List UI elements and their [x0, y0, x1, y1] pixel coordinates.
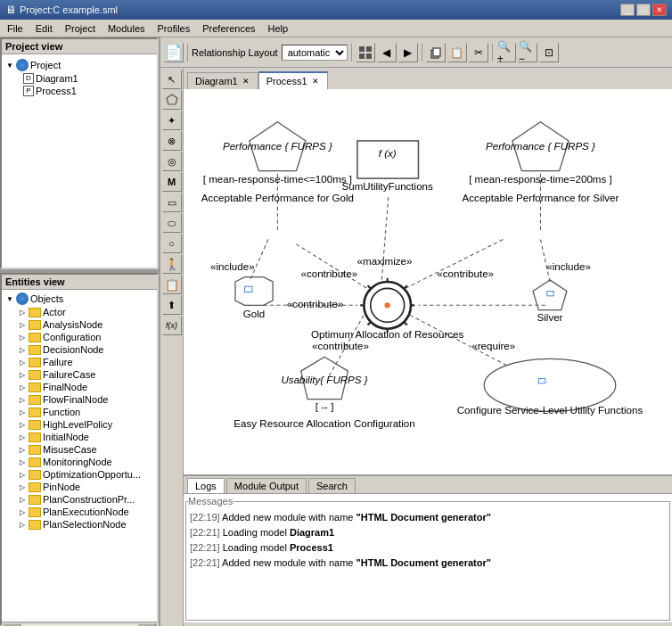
tree-item-process1-label: Process1 [36, 86, 77, 96]
maximize-button[interactable]: □ [636, 4, 651, 16]
circle-tool-btn[interactable]: ○ [162, 234, 182, 253]
entity-analysisnode[interactable]: ▷ AnalysisNode [4, 318, 155, 331]
entity-monitoringnode[interactable]: ▷ MonitoringNode [4, 456, 155, 468]
entities-list[interactable]: ▼ Objects ▷ Actor ▷ AnalysisNode ▷ [2, 290, 157, 622]
expand-analysisnode-icon: ▷ [18, 320, 27, 329]
ellipse-tool-btn[interactable]: ⬭ [162, 213, 182, 233]
expand-failurecase-icon: ▷ [18, 370, 27, 379]
entity-actor[interactable]: ▷ Actor [4, 306, 155, 318]
tab-process1[interactable]: Process1 ✕ [258, 71, 328, 89]
entity-planselectionnode[interactable]: ▷ PlanSelectionNode [4, 518, 155, 531]
bottom-tab-search[interactable]: Search [308, 478, 356, 493]
grid-btn[interactable] [356, 43, 375, 62]
project-tree[interactable]: ▼ Project D Diagram1 P Process1 [2, 54, 157, 265]
forward-btn[interactable]: ▶ [398, 43, 418, 62]
paste-btn[interactable]: 📋 [447, 43, 467, 62]
star-tool-btn[interactable]: ✦ [162, 111, 182, 130]
cut-btn[interactable]: ✂ [469, 43, 488, 62]
canvas-area[interactable]: Performance { FURPS } [ mean-response-ti… [184, 89, 672, 474]
minimize-button[interactable]: _ [620, 4, 635, 16]
function-tool-btn[interactable]: f(x) [162, 316, 182, 335]
entity-finalnode[interactable]: ▷ FinalNode [4, 381, 155, 393]
entity-pinnode[interactable]: ▷ PinNode [4, 481, 155, 493]
rectangle-tool-btn[interactable]: ▭ [162, 193, 182, 212]
right-panel: 📄 Relationship Layout automatic ◀ ▶ [160, 37, 672, 626]
bottom-tab-logs[interactable]: Logs [187, 478, 225, 493]
scroll-left-btn[interactable]: ◄ [3, 623, 20, 627]
entities-view-panel: Entities view ▼ Objects ▷ Actor ▷ Analys… [0, 273, 159, 626]
copy-btn[interactable] [426, 43, 446, 62]
entity-function[interactable]: ▷ Function [4, 406, 155, 418]
tab-bar: Diagram1 ✕ Process1 ✕ [184, 68, 672, 89]
entity-failurecase[interactable]: ▷ FailureCase [4, 368, 155, 381]
entity-optimizationopportunity[interactable]: ▷ OptimizationOpportu... [4, 468, 155, 481]
fit-btn[interactable]: ⊡ [539, 43, 559, 62]
menu-profiles[interactable]: Profiles [152, 21, 196, 36]
menu-project[interactable]: Project [60, 21, 101, 36]
entity-failurecase-label: FailureCase [43, 369, 95, 380]
layout-select[interactable]: automatic [282, 45, 348, 61]
entity-initialnode-label: InitialNode [43, 432, 89, 442]
log-line-1: [22:19] Added new module with name "HTML… [188, 510, 668, 525]
entity-pinnode-label: PinNode [43, 482, 80, 492]
svg-rect-35 [245, 286, 252, 292]
horizontal-scrollbar[interactable]: ◄ ► [2, 622, 157, 626]
tree-item-diagram1[interactable]: D Diagram1 [5, 72, 153, 85]
close-button[interactable]: ✕ [652, 4, 667, 16]
initialnode-folder-icon [29, 432, 41, 442]
objects-globe-icon [16, 292, 29, 305]
circle-x-tool-btn[interactable]: ⊗ [162, 131, 182, 151]
menu-modules[interactable]: Modules [102, 21, 151, 36]
failure-folder-icon [29, 358, 41, 367]
menu-preferences[interactable]: Preferences [197, 21, 260, 36]
entity-planconstructionprocess[interactable]: ▷ PlanConstructionPr... [4, 493, 155, 506]
messages-group: Messages [22:19] Added new module with n… [185, 496, 670, 621]
page-icon-btn[interactable]: 📄 [164, 43, 184, 62]
layout-label: Relationship Layout [192, 47, 278, 58]
expand-configuration-icon: ▷ [18, 333, 27, 342]
actor-folder-icon [29, 308, 41, 317]
note-tool-btn[interactable]: 📋 [162, 275, 182, 294]
entity-flowfinalnode[interactable]: ▷ FlowFinalNode [4, 393, 155, 406]
bottom-tab-moduleoutput[interactable]: Module Output [226, 478, 307, 493]
actor-tool-btn[interactable]: 🚶 [162, 254, 182, 274]
circle-dot-tool-btn[interactable]: ◎ [162, 152, 182, 171]
entity-misusecase-label: MisuseCase [43, 444, 97, 455]
arrow-tool-btn[interactable]: ⬆ [162, 295, 182, 315]
zoom-out-btn[interactable]: 🔍− [518, 43, 537, 62]
svg-text:Easy Resource Allocation Confi: Easy Resource Allocation Configuration [234, 418, 414, 429]
entity-planexecutionnode[interactable]: ▷ PlanExecutionNode [4, 506, 155, 518]
tab-diagram1-close[interactable]: ✕ [242, 77, 250, 86]
pointer-tool-btn[interactable]: ↖ [162, 70, 182, 89]
entities-objects-label: Objects [30, 293, 63, 304]
menu-edit[interactable]: Edit [30, 21, 58, 36]
back-btn[interactable]: ◀ [377, 43, 397, 62]
svg-text:«contribute»: «contribute» [437, 268, 494, 279]
pentagon-tool-btn[interactable] [162, 90, 182, 110]
misusecase-folder-icon [29, 445, 41, 455]
zoom-in-btn[interactable]: 🔍+ [496, 43, 516, 62]
svg-text:Optimum Allocation of Resource: Optimum Allocation of Resources [311, 329, 463, 340]
entities-objects-item[interactable]: ▼ Objects [4, 292, 155, 306]
tree-item-project[interactable]: ▼ Project [5, 58, 153, 72]
expand-initialnode-icon: ▷ [18, 432, 27, 441]
expand-objects-icon: ▼ [5, 294, 14, 303]
svg-text:Performance { FURPS }: Performance { FURPS } [486, 141, 595, 152]
entity-finalnode-label: FinalNode [43, 382, 87, 392]
m-tool-btn[interactable]: M [162, 172, 182, 192]
entity-highlevelpolicy[interactable]: ▷ HighLevelPolicy [4, 418, 155, 431]
svg-line-9 [250, 240, 268, 282]
project-view-panel: Project view ▼ Project D Diagram1 P Proc… [0, 37, 159, 269]
entity-failure[interactable]: ▷ Failure [4, 356, 155, 368]
menu-file[interactable]: File [2, 21, 29, 36]
entity-initialnode[interactable]: ▷ InitialNode [4, 431, 155, 443]
entity-decisionnode[interactable]: ▷ DecisionNode [4, 343, 155, 356]
pinnode-folder-icon [29, 482, 41, 492]
menu-help[interactable]: Help [263, 21, 294, 36]
entity-configuration[interactable]: ▷ Configuration [4, 331, 155, 343]
tree-item-process1[interactable]: P Process1 [5, 85, 153, 97]
tab-diagram1[interactable]: Diagram1 ✕ [187, 72, 258, 89]
scroll-right-btn[interactable]: ► [138, 623, 156, 627]
entity-misusecase[interactable]: ▷ MisuseCase [4, 443, 155, 456]
tab-process1-close[interactable]: ✕ [311, 77, 320, 86]
